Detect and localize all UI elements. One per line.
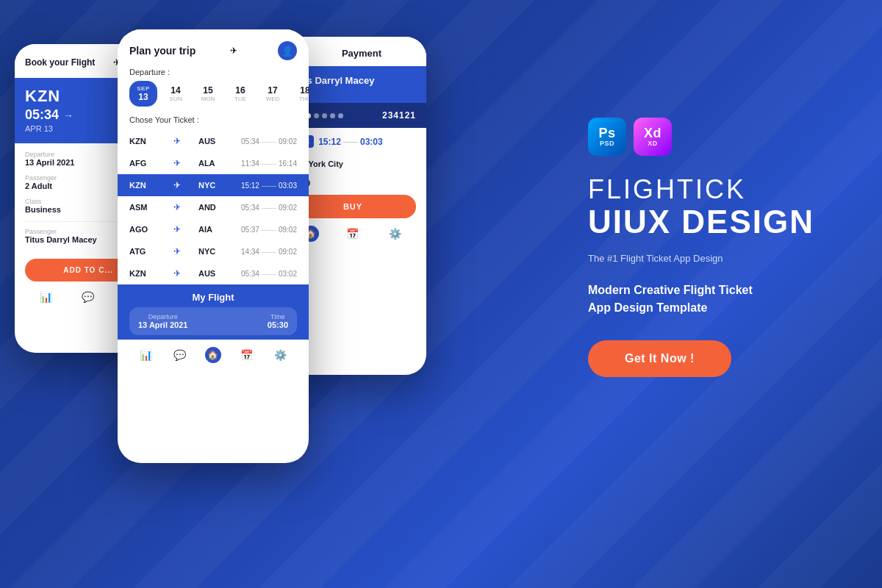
- dot-7: [338, 113, 343, 118]
- brand-name: FLIGHTICK: [588, 176, 838, 203]
- phone-plan-trip: Plan your trip ✈ 👤 Departure : SEP 13 14…: [118, 29, 309, 463]
- ticket-row-4[interactable]: ASM ✈ AND 05:34 —— 09:02: [118, 196, 309, 218]
- ticket-row-2[interactable]: AFG ✈ ALA 11:34 —— 16:14: [118, 152, 309, 174]
- adobe-badges: Ps PSD Xd XD: [588, 118, 838, 156]
- chose-ticket-label: Chose Your Ticket :: [118, 115, 309, 130]
- nav-calendar-icon-m[interactable]: 📅: [239, 347, 255, 363]
- my-flight-section: My Flight Departure 13 April 2021 Time 0…: [118, 284, 309, 340]
- nav-settings-icon-m[interactable]: ⚙️: [272, 347, 288, 363]
- my-flight-card: Departure 13 April 2021 Time 05:30: [129, 307, 297, 335]
- flight-dep-time: 15:12 —— 03:03: [318, 137, 383, 147]
- ticket-list: KZN ✈ AUS 05:34 —— 09:02 AFG ✈ ALA 11:34…: [118, 130, 309, 284]
- ticket-row-6[interactable]: ATG ✈ NYC 14:34 —— 09:02: [118, 240, 309, 262]
- nav-settings-icon-r[interactable]: ⚙️: [387, 226, 403, 242]
- book-flight-title: Book your Flight: [25, 57, 95, 68]
- phone-middle-header: Plan your trip ✈ 👤: [118, 29, 309, 68]
- my-flight-time: Time 05:30: [268, 313, 288, 329]
- photoshop-badge: Ps PSD: [588, 118, 626, 156]
- date-selector: SEP 13 14 SUN 15 MON 16 TUE 17 WED 18 TH…: [118, 81, 309, 115]
- nav-stats-icon-m[interactable]: 📊: [138, 347, 154, 363]
- date-pill-18[interactable]: 18 THU: [291, 81, 309, 107]
- departure-label-middle: Departure :: [118, 68, 309, 81]
- nav-chat-icon[interactable]: 💬: [80, 289, 96, 305]
- my-flight-departure: Departure 13 April 2021: [138, 313, 187, 329]
- date-pill-15[interactable]: 15 MON: [194, 81, 222, 107]
- right-content: Ps PSD Xd XD FLIGHTICK UIUX DESIGN The #…: [588, 118, 838, 377]
- user-icon[interactable]: 👤: [278, 41, 297, 60]
- nav-calendar-icon-r[interactable]: 📅: [345, 226, 361, 242]
- nav-home-icon-m[interactable]: 🏠: [205, 347, 221, 363]
- date-pill-16[interactable]: 16 TUE: [226, 81, 254, 107]
- plane-icon-middle: ✈: [230, 46, 237, 56]
- date-pill-17[interactable]: 17 WED: [259, 81, 287, 107]
- get-it-now-button[interactable]: Get It Now !: [588, 340, 731, 377]
- xd-badge: Xd XD: [634, 118, 672, 156]
- ticket-row-5[interactable]: AGO ✈ AIA 05:37 —— 09:02: [118, 218, 309, 240]
- ticket-row-1[interactable]: KZN ✈ AUS 05:34 —— 09:02: [118, 130, 309, 152]
- tagline-1: The #1 Flight Ticket App Design: [588, 253, 838, 264]
- dot-5: [322, 113, 327, 118]
- dot-4: [314, 113, 319, 118]
- dot-6: [330, 113, 335, 118]
- brand-sub: UIUX DESIGN: [588, 206, 838, 238]
- my-flight-title: My Flight: [129, 292, 297, 303]
- date-pill-14[interactable]: 14 SUN: [162, 81, 190, 107]
- plan-trip-title: Plan your trip: [129, 45, 196, 57]
- bottom-nav-middle: 📊 💬 🏠 📅 ⚙️: [118, 340, 309, 373]
- card-number: 234121: [382, 110, 416, 121]
- nav-chat-icon-m[interactable]: 💬: [171, 347, 187, 363]
- nav-stats-icon[interactable]: 📊: [38, 289, 54, 305]
- date-pill-sep[interactable]: SEP 13: [129, 81, 157, 107]
- payment-title: Payment: [307, 48, 416, 59]
- ticket-row-7[interactable]: KZN ✈ AUS 05:34 —— 03:02: [118, 262, 309, 284]
- flight-direction-arrow: →: [63, 110, 74, 121]
- tagline-2: Modern Creative Flight TicketApp Design …: [588, 282, 838, 317]
- ticket-row-3-selected[interactable]: KZN ✈ NYC 15:12 —— 03:03: [118, 174, 309, 196]
